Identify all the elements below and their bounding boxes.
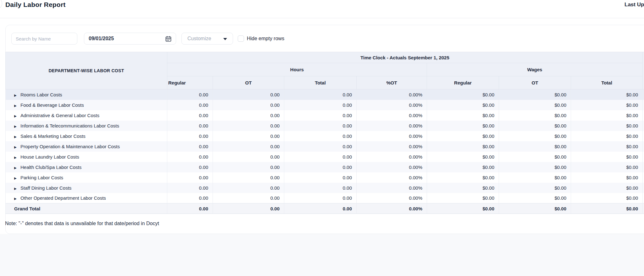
chevron-down-icon (223, 38, 227, 40)
row-expander-icon[interactable]: ▶ (14, 104, 18, 107)
clipped-cell (643, 183, 644, 193)
customize-button[interactable]: Customize (181, 33, 233, 45)
table-row[interactable]: ▶Sales & Marketing Labor Costs0.000.000.… (6, 131, 644, 141)
clipped-cell (643, 172, 644, 183)
row-label-cell[interactable]: ▶House Laundry Labor Costs (6, 152, 167, 162)
cell-value: 0.00 (213, 162, 284, 172)
row-label: House Laundry Labor Costs (20, 154, 79, 160)
search-input[interactable] (16, 36, 73, 41)
column-header: OT (213, 76, 284, 89)
row-label-cell[interactable]: ▶Administrative & General Labor Costs (6, 110, 167, 121)
cell-value: $0.00 (427, 89, 499, 100)
row-expander-icon[interactable]: ▶ (14, 166, 18, 170)
cell-value: $0.00 (571, 203, 643, 214)
cell-value: 0.00 (167, 131, 213, 141)
cell-value: 0.00% (357, 110, 427, 121)
cell-value: $0.00 (571, 110, 643, 121)
cell-value: $0.00 (571, 121, 643, 131)
row-label: Other Operated Department Labor Costs (20, 195, 106, 201)
column-header: %OT (357, 76, 427, 89)
cell-value: $0.00 (427, 193, 499, 203)
title-divider (0, 18, 644, 18)
hide-empty-rows-checkbox[interactable] (238, 35, 244, 42)
row-label: Health Club/Spa Labor Costs (20, 165, 81, 170)
cell-value: 0.00 (284, 121, 357, 131)
cell-value: 0.00 (284, 203, 357, 214)
column-header: Regular (167, 76, 213, 89)
table-row[interactable]: ▶House Laundry Labor Costs0.000.000.000.… (6, 152, 644, 162)
cell-value: $0.00 (571, 152, 643, 162)
row-expander-icon[interactable]: ▶ (14, 145, 18, 149)
cell-value: 0.00 (167, 183, 213, 193)
table-row[interactable]: ▶Property Operation & Maintenance Labor … (6, 141, 644, 152)
cell-value: $0.00 (427, 121, 499, 131)
row-expander-icon[interactable]: ▶ (14, 135, 18, 138)
table-row[interactable]: ▶Information & Telecommunications Labor … (6, 121, 644, 131)
row-expander-icon[interactable]: ▶ (14, 187, 18, 190)
cell-value: $0.00 (499, 141, 571, 152)
cell-value: 0.00 (213, 183, 284, 193)
cell-value: 0.00 (213, 110, 284, 121)
row-expander-icon[interactable]: ▶ (14, 156, 18, 159)
cell-value: 0.00% (357, 203, 427, 214)
cell-value: $0.00 (499, 121, 571, 131)
row-expander-icon[interactable]: ▶ (14, 94, 18, 97)
table-row[interactable]: ▶Food & Beverage Labor Costs0.000.000.00… (6, 100, 644, 110)
row-expander-icon[interactable]: ▶ (14, 176, 18, 180)
row-label-cell[interactable]: ▶Property Operation & Maintenance Labor … (6, 141, 167, 152)
cell-value: $0.00 (427, 152, 499, 162)
cell-value: 0.00 (213, 172, 284, 183)
table-row[interactable]: ▶Rooms Labor Costs0.000.000.000.00%$0.00… (6, 89, 644, 100)
row-label-cell[interactable]: ▶Food & Beverage Labor Costs (6, 100, 167, 110)
section-header-wages: Wages (427, 63, 643, 76)
table-row[interactable]: ▶Parking Labor Costs0.000.000.000.00%$0.… (6, 172, 644, 183)
cell-value: 0.00% (357, 141, 427, 152)
row-label: Parking Labor Costs (20, 175, 63, 180)
cell-value: $0.00 (499, 193, 571, 203)
date-value: 09/01/2025 (89, 36, 114, 41)
cell-value: 0.00 (284, 100, 357, 110)
row-label-cell[interactable]: ▶Sales & Marketing Labor Costs (6, 131, 167, 141)
row-expander-icon[interactable]: ▶ (14, 125, 18, 128)
calendar-icon[interactable] (165, 36, 171, 42)
cell-value: 0.00% (357, 100, 427, 110)
date-picker[interactable]: 09/01/2025 (84, 33, 176, 45)
cell-value: 0.00% (357, 172, 427, 183)
row-label: Rooms Labor Costs (20, 92, 62, 97)
row-expander-icon[interactable]: ▶ (14, 114, 18, 118)
table-row[interactable]: ▶Health Club/Spa Labor Costs0.000.000.00… (6, 162, 644, 172)
row-label: Staff Dining Labor Costs (20, 185, 71, 191)
row-label-cell[interactable]: ▶Rooms Labor Costs (6, 89, 167, 100)
cell-value: 0.00 (213, 89, 284, 100)
report-toolbar: 09/01/2025 Customize Hide empty (6, 25, 644, 45)
cell-value: $0.00 (427, 131, 499, 141)
cell-value: 0.00 (167, 203, 213, 214)
hide-empty-rows-label: Hide empty rows (247, 36, 284, 41)
row-label-cell[interactable]: ▶Health Club/Spa Labor Costs (6, 162, 167, 172)
row-label-cell[interactable]: ▶Staff Dining Labor Costs (6, 183, 167, 193)
table-row[interactable]: ▶Administrative & General Labor Costs0.0… (6, 110, 644, 121)
column-header: Regular (427, 76, 499, 89)
cell-value: 0.00 (213, 141, 284, 152)
cell-value: 0.00% (357, 121, 427, 131)
cell-value: 0.00 (213, 121, 284, 131)
row-label-cell: Grand Total (6, 203, 167, 214)
row-label-cell[interactable]: ▶Information & Telecommunications Labor … (6, 121, 167, 131)
row-label-cell[interactable]: ▶Parking Labor Costs (6, 172, 167, 183)
clipped-column-header (643, 52, 644, 89)
cell-value: 0.00 (213, 203, 284, 214)
clipped-cell (643, 193, 644, 203)
table-body: ▶Rooms Labor Costs0.000.000.000.00%$0.00… (6, 89, 644, 214)
clipped-cell (643, 152, 644, 162)
cell-value: $0.00 (499, 183, 571, 193)
table-row[interactable]: ▶Other Operated Department Labor Costs0.… (6, 193, 644, 203)
row-label-cell[interactable]: ▶Other Operated Department Labor Costs (6, 193, 167, 203)
cell-value: 0.00 (284, 193, 357, 203)
cell-value: $0.00 (427, 141, 499, 152)
last-updated-label: Last Up (625, 2, 644, 8)
cell-value: 0.00% (357, 193, 427, 203)
cell-value: $0.00 (571, 89, 643, 100)
table-row[interactable]: ▶Staff Dining Labor Costs0.000.000.000.0… (6, 183, 644, 193)
row-expander-icon[interactable]: ▶ (14, 197, 18, 200)
cell-value: 0.00% (357, 89, 427, 100)
